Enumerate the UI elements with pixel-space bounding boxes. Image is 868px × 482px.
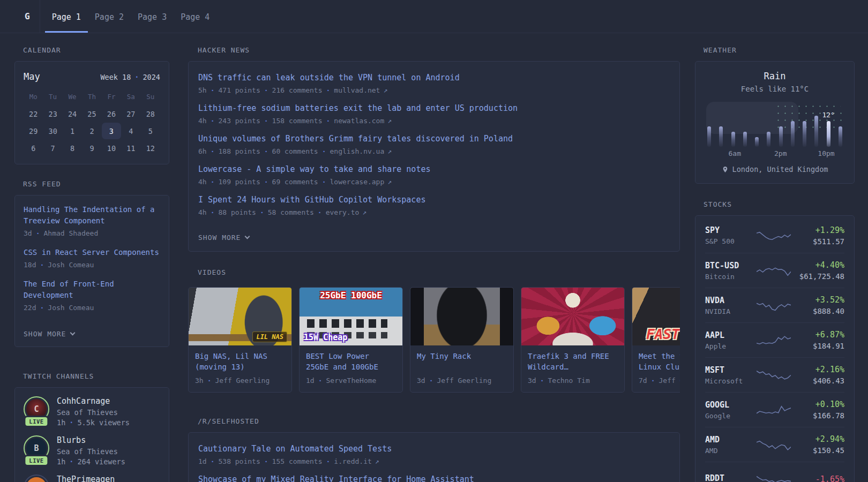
story-meta: 1d·538 points·155 comments·i.redd.it↗ [198,457,670,465]
calendar-day: 2 [82,123,101,139]
rss-item-title[interactable]: The End of Front-End Development [24,278,160,301]
story-title[interactable]: Showcase of my Mixed Reality Interface f… [198,474,670,482]
nav-tab[interactable]: Page 4 [174,0,216,33]
calendar-day: 23 [43,106,62,122]
video-title[interactable]: BEST Low Power 25GbE and 100GbE Switch… [306,351,396,372]
stock-row[interactable]: AAPL Apple +6.87% $184.91 [705,322,844,357]
hackernews-show-more-button[interactable]: SHOW MORE [198,234,249,242]
rss-item-title[interactable]: CSS in React Server Components [24,247,160,258]
weather-location: London, United Kingdom [706,165,843,174]
video-info: My Tiny Rack 3d·Jeff Geerling [410,345,513,392]
stock-identity: NVDA NVIDIA [705,296,751,315]
nav-tab[interactable]: Page 2 [88,0,131,33]
videos-row[interactable]: LIL NAS Big NAS, Lil NAS (moving 13) 3h·… [188,287,680,393]
hackernews-card: DNS traffic can leak outside the VPN tun… [188,61,680,252]
location-pin-icon [722,165,729,174]
twitch-channel-info: Blurbs Sea of Thieves 1h·264 viewers [57,435,125,466]
twitch-channel-row[interactable]: C LIVE CohhCarnage Sea of Thieves 1h·5.5… [24,396,160,427]
avatar-image: B [26,438,47,458]
video-title[interactable]: Meet the fastest Linux Cluster [639,351,680,372]
weather-bar [791,121,795,147]
separator-dot: · [134,73,139,81]
calendar-day-grid: 222324252627282930123456789101112 [24,106,160,156]
story-source-link[interactable]: english.nv.ua↗ [330,147,392,155]
weather-bar [827,121,830,147]
stock-row[interactable]: NVDA NVIDIA +3.52% $888.40 [705,288,844,322]
separator-dot: · [211,208,215,216]
twitch-card: C LIVE CohhCarnage Sea of Thieves 1h·5.5… [14,387,169,482]
twitch-channel-name[interactable]: ThePrimeagen [57,475,115,482]
video-info: BEST Low Power 25GbE and 100GbE Switch… … [300,345,402,392]
external-link-icon: ↗ [387,147,392,155]
thumbnail-overlay-text: 25GbE 100GbE [300,290,402,300]
story-source-link[interactable]: newatlas.com↗ [334,117,392,125]
nav-tab[interactable]: Page 1 [45,0,88,33]
stock-row[interactable]: RDDT -1.65% [705,462,844,482]
weekday-label: Th [82,91,101,103]
story-title[interactable]: I Spent 24 Hours with GitHub Copilot Wor… [198,194,670,205]
nav-tab[interactable]: Page 3 [131,0,174,33]
story-title[interactable]: Unique volumes of Brothers Grimm fairy t… [198,133,670,144]
weather-card: Rain Feels like 11°C [695,61,855,184]
rss-item-meta: 3d·Ahmad Shadeed [24,229,160,237]
selfhosted-widget: /R/SELFHOSTED Cautionary Tale on Automat… [188,417,680,482]
story-source-link[interactable]: mullvad.net↗ [334,86,387,94]
app-logo[interactable]: G [21,0,40,33]
video-thumbnail[interactable]: 25GbE 100GbE 15W Cheap [300,288,402,345]
twitch-channel-row[interactable]: ThePrimeagen [24,475,160,482]
video-title[interactable]: My Tiny Rack [417,351,507,372]
video-title[interactable]: Big NAS, Lil NAS (moving 13) [195,351,285,372]
stock-row[interactable]: BTC-USD Bitcoin +4.40% $61,725.48 [705,253,844,288]
stock-symbol: MSFT [705,365,751,375]
weather-bar-column [791,101,795,147]
stock-row[interactable]: AMD AMD +2.94% $150.45 [705,427,844,462]
calendar-day: 9 [82,140,101,156]
weather-bar [803,121,806,147]
weather-bar-column [731,101,735,147]
chevron-down-icon [245,234,250,239]
stock-values: +2.16% $406.43 [796,365,844,385]
weather-bar-column: 12° [827,101,830,147]
video-title[interactable]: Traefik 3 and FREE Wildcard… [528,351,618,372]
story-source-link[interactable]: i.redd.it↗ [334,457,379,465]
stock-row[interactable]: MSFT Microsoft +2.16% $406.43 [705,357,844,392]
story-source-link[interactable]: every.to↗ [326,208,366,216]
weekday-label: Su [141,91,160,103]
stock-identity: MSFT Microsoft [705,365,751,385]
story-title[interactable]: Lowercase - A simple way to take and sha… [198,164,670,175]
weekday-label: Fr [102,91,121,103]
stock-row[interactable]: GOOGL Google +0.10% $166.78 [705,392,844,427]
story-title[interactable]: DNS traffic can leak outside the VPN tun… [198,72,670,83]
twitch-channel-name[interactable]: CohhCarnage [57,396,110,406]
stock-change: +2.94% [796,434,844,444]
stock-symbol: AAPL [705,330,751,340]
separator-dot: · [211,178,215,186]
video-thumbnail[interactable] [410,288,513,345]
stock-name: Bitcoin [705,273,751,281]
separator-dot: · [326,457,331,465]
stock-identity: GOOGL Google [705,400,751,420]
stock-identity: AMD AMD [705,435,751,455]
weather-bar-column [767,101,770,147]
calendar-day: 11 [121,140,140,156]
twitch-channel-name[interactable]: Blurbs [57,435,86,445]
avatar-image: C [26,399,47,419]
stock-price: $150.45 [796,446,844,455]
video-thumbnail[interactable]: LIL NAS [189,288,291,345]
stock-symbol: SPY [705,225,751,235]
rss-item-title[interactable]: Handling The Indentation of a Treeview C… [24,204,160,227]
stock-change: +2.16% [796,365,844,374]
separator-dot: · [318,376,323,385]
story-source-link[interactable]: lowercase.app↗ [330,178,392,186]
stock-row[interactable]: SPY S&P 500 +1.29% $511.57 [705,218,844,253]
stock-price: $61,725.48 [796,272,844,281]
selfhosted-card: Cautionary Tale on Automated Speed Tests… [188,432,680,482]
nav-tabs: Page 1 Page 2 Page 3 Page 4 [45,0,217,33]
twitch-channel-row[interactable]: B LIVE Blurbs Sea of Thieves 1h·264 view… [24,435,160,466]
rss-show-more-button[interactable]: SHOW MORE [24,330,160,338]
video-thumbnail[interactable]: FAST [632,288,680,345]
video-thumbnail[interactable] [521,288,624,345]
weather-bar-column [779,101,783,147]
story-title[interactable]: Lithium-free sodium batteries exit the l… [198,103,670,114]
story-title[interactable]: Cautionary Tale on Automated Speed Tests [198,443,670,454]
